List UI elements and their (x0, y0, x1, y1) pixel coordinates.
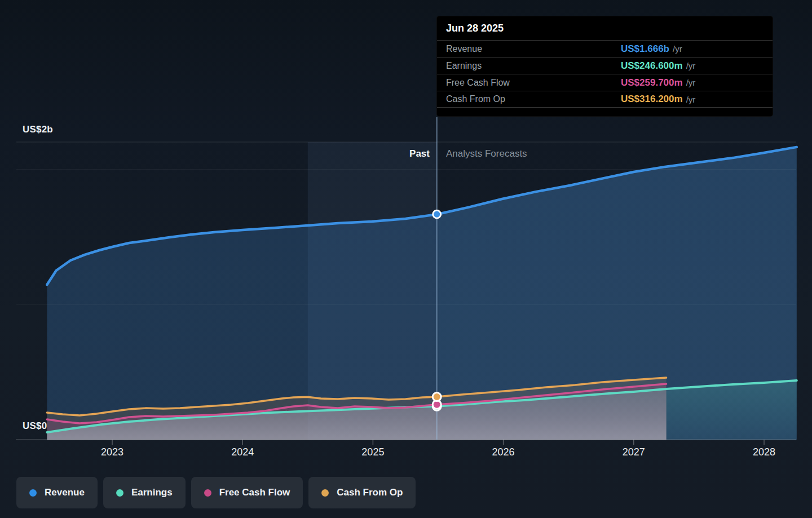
tooltip-row-suffix: /yr (673, 44, 682, 54)
past-label: Past (409, 148, 430, 160)
legend-dot-icon (204, 489, 211, 497)
tooltip-row-value: US$1.666b (621, 43, 669, 55)
tooltip-row-value-wrap: US$316.200m/yr (621, 91, 695, 107)
legend-label: Earnings (131, 487, 173, 498)
legend-item-cash-from-op[interactable]: Cash From Op (308, 477, 416, 508)
tooltip-row-label: Cash From Op (446, 94, 505, 104)
forecasts-label: Analysts Forecasts (446, 148, 527, 160)
legend-dot-icon (321, 489, 329, 497)
tooltip-rows: RevenueUS$1.666b/yrEarningsUS$246.600m/y… (437, 40, 773, 108)
tooltip-row-label: Free Cash Flow (446, 78, 510, 88)
data-tooltip: Jun 28 2025 RevenueUS$1.666b/yrEarningsU… (436, 16, 773, 117)
x-axis-label-2026: 2026 (481, 446, 526, 458)
legend-item-free-cash-flow[interactable]: Free Cash Flow (191, 477, 303, 508)
y-axis-label-2b: US$2b (23, 124, 53, 135)
tooltip-row-value-wrap: US$1.666b/yr (621, 41, 682, 57)
x-axis-label-2024: 2024 (220, 446, 265, 458)
tooltip-row-label: Earnings (446, 61, 482, 71)
y-axis-label-0: US$0 (23, 420, 47, 432)
legend-label: Revenue (45, 487, 85, 498)
tooltip-row-value-wrap: US$246.600m/yr (621, 57, 695, 74)
tooltip-row-value-wrap: US$259.700m/yr (621, 74, 695, 91)
legend-item-earnings[interactable]: Earnings (103, 477, 186, 508)
tooltip-date: Jun 28 2025 (437, 16, 773, 40)
x-axis-label-2023: 2023 (90, 446, 135, 458)
cash-from-op-marker[interactable] (433, 393, 441, 401)
legend-label: Free Cash Flow (219, 487, 290, 498)
legend-dot-icon (116, 489, 123, 497)
tooltip-row-suffix: /yr (686, 61, 696, 70)
tooltip-row-label: Revenue (446, 44, 482, 54)
tooltip-row-revenue: RevenueUS$1.666b/yr (437, 40, 773, 57)
tooltip-row-cash-from-op: Cash From OpUS$316.200m/yr (437, 91, 773, 108)
x-axis-label-2025: 2025 (350, 446, 395, 458)
legend-dot-icon (29, 489, 37, 497)
tooltip-row-value: US$259.700m (621, 77, 683, 88)
chart-canvas: US$2b US$0 Past Analysts Forecasts 20232… (0, 0, 812, 518)
tooltip-row-free-cash-flow: Free Cash FlowUS$259.700m/yr (437, 74, 773, 91)
tooltip-row-value: US$316.200m (621, 94, 683, 105)
revenue-marker[interactable] (433, 210, 441, 218)
x-axis-label-2027: 2027 (611, 446, 656, 458)
tooltip-row-suffix: /yr (686, 95, 696, 104)
x-axis-label-2028: 2028 (742, 446, 787, 458)
legend-item-revenue[interactable]: Revenue (16, 477, 98, 508)
legend: RevenueEarningsFree Cash FlowCash From O… (16, 477, 416, 508)
tooltip-row-value: US$246.600m (621, 60, 683, 72)
tooltip-row-suffix: /yr (686, 78, 696, 87)
legend-label: Cash From Op (337, 487, 403, 498)
tooltip-row-earnings: EarningsUS$246.600m/yr (437, 57, 773, 74)
